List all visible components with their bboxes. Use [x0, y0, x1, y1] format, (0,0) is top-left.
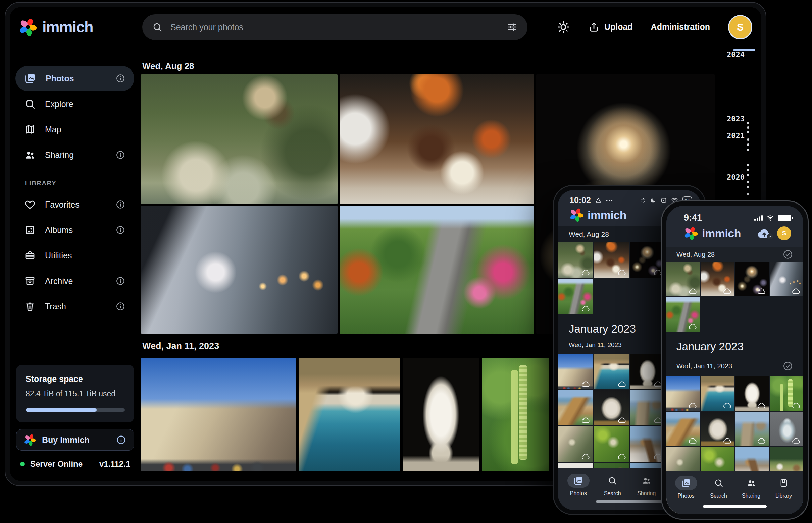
trash-icon: [24, 301, 36, 312]
sidebar-item-explore[interactable]: Explore: [15, 91, 134, 117]
photo-marble-bust[interactable]: [403, 358, 479, 471]
cloud-backup-icon: [688, 437, 697, 444]
photo-castle[interactable]: [558, 354, 593, 389]
sidebar-item-map[interactable]: Map: [15, 117, 134, 142]
scrubber-year[interactable]: 2024: [727, 50, 754, 59]
nav-item-sharing[interactable]: Sharing: [629, 474, 664, 510]
info-icon[interactable]: [116, 225, 125, 235]
scrubber-year[interactable]: 2021: [727, 131, 754, 140]
photo-seaside-fort[interactable]: [299, 358, 400, 471]
photo-beach[interactable]: [558, 390, 593, 426]
sidebar-item-albums[interactable]: Albums: [15, 217, 134, 243]
upload-label: Upload: [604, 22, 633, 32]
status-time: 9:41: [684, 213, 702, 223]
info-icon[interactable]: [116, 150, 125, 160]
month-header: January 2023: [676, 340, 803, 353]
library-icon: [779, 479, 789, 488]
cloud-backup-icon: [688, 402, 697, 409]
info-icon[interactable]: [116, 434, 126, 445]
select-all-check-icon[interactable]: [782, 361, 793, 372]
photo-fireworks[interactable]: [630, 242, 665, 277]
photo-seaside[interactable]: [701, 377, 735, 411]
user-avatar[interactable]: S: [728, 15, 752, 39]
more-dots-icon: [606, 199, 613, 202]
photo-lizard[interactable]: [558, 427, 593, 462]
photo-dinner[interactable]: [594, 242, 629, 277]
nav-label: Sharing: [742, 493, 760, 499]
nav-label: Photos: [570, 490, 587, 497]
user-avatar[interactable]: S: [777, 226, 791, 240]
administration-link[interactable]: Administration: [651, 22, 710, 32]
nav-item-sharing[interactable]: Sharing: [735, 476, 767, 514]
photo-village[interactable]: [630, 427, 665, 462]
immich-logo-icon: [569, 208, 584, 222]
backup-cloud-icon[interactable]: [757, 228, 772, 239]
photo-zoo[interactable]: [558, 242, 593, 277]
photo-fortress-walls[interactable]: [141, 358, 296, 471]
photo-trophy[interactable]: [770, 412, 803, 446]
photo-lizard2[interactable]: [594, 427, 629, 462]
photo-dinner[interactable]: [701, 262, 735, 296]
nav-item-photos[interactable]: Photos: [670, 476, 702, 514]
search-bar[interactable]: [142, 14, 528, 40]
brand[interactable]: immich: [19, 18, 93, 36]
home-indicator[interactable]: [596, 500, 663, 503]
select-all-check-icon[interactable]: [782, 249, 793, 260]
scrubber-year[interactable]: 2023: [727, 115, 754, 123]
sidebar-item-favorites[interactable]: Favorites: [15, 192, 134, 217]
sidebar-item-trash[interactable]: Trash: [15, 294, 134, 319]
nav-item-search[interactable]: Search: [702, 476, 735, 514]
photo-dinner-table[interactable]: [340, 74, 534, 204]
photo-sculpt2[interactable]: [701, 412, 735, 446]
search-input[interactable]: [170, 22, 499, 32]
upload-button[interactable]: Upload: [588, 21, 633, 33]
info-icon[interactable]: [116, 301, 125, 311]
photo-beach[interactable]: [667, 412, 700, 446]
photo-bust[interactable]: [630, 354, 665, 389]
photo-castle[interactable]: [667, 377, 700, 411]
photo-path[interactable]: [558, 278, 593, 314]
bluetooth-icon: [640, 197, 646, 204]
photo-seaside[interactable]: [594, 354, 629, 389]
nav-item-library[interactable]: Library: [767, 476, 800, 514]
info-icon[interactable]: [116, 199, 125, 210]
sidebar-item-photos[interactable]: Photos: [15, 66, 134, 91]
filter-sliders-icon[interactable]: [507, 22, 517, 33]
explore-search-icon: [24, 98, 36, 110]
photo-hands[interactable]: [770, 262, 803, 296]
nav-item-search[interactable]: Search: [595, 474, 630, 510]
photo-ruins[interactable]: [630, 390, 665, 426]
home-indicator[interactable]: [703, 505, 767, 508]
info-icon[interactable]: [116, 73, 125, 84]
photo-ruins[interactable]: [736, 412, 769, 446]
photo-sculpt2[interactable]: [594, 390, 629, 426]
map-icon: [24, 124, 36, 135]
photo-path[interactable]: [667, 297, 700, 331]
phone-right-header: 9:41 immich: [667, 206, 803, 247]
photo-zoo-monkeys[interactable]: [141, 74, 338, 204]
alert-triangle-icon: [595, 197, 602, 204]
photo-bust[interactable]: [736, 377, 769, 411]
nav-item-photos[interactable]: Photos: [562, 474, 595, 510]
wifi-icon: [766, 215, 774, 221]
photo-fireworks[interactable]: [736, 262, 769, 296]
sidebar-item-utilities[interactable]: Utilities: [15, 243, 134, 268]
date-header: Wed, Jan 11, 2023: [142, 341, 219, 351]
cloud-backup-icon: [617, 381, 626, 387]
date-header: Wed, Aug 28: [142, 61, 194, 71]
sidebar-item-sharing[interactable]: Sharing: [15, 142, 134, 168]
buy-immich-button[interactable]: Buy Immich: [16, 429, 134, 451]
buy-immich-label: Buy Immich: [42, 435, 90, 445]
photo-sea-grapes[interactable]: [482, 358, 549, 471]
scrubber-year[interactable]: 2020: [727, 173, 754, 181]
sidebar: Photos Explore Map Sharing LIBRARY: [10, 47, 142, 481]
theme-sun-icon[interactable]: [557, 20, 570, 34]
sidebar-item-archive[interactable]: Archive: [15, 268, 134, 294]
photo-holding-hands[interactable]: [141, 206, 338, 333]
archive-icon: [24, 275, 36, 287]
info-icon[interactable]: [116, 276, 125, 286]
photo-autumn-path[interactable]: [340, 206, 534, 333]
photo-plant[interactable]: [770, 377, 803, 411]
immich-logo-icon: [19, 18, 37, 36]
photo-zoo[interactable]: [667, 262, 700, 296]
